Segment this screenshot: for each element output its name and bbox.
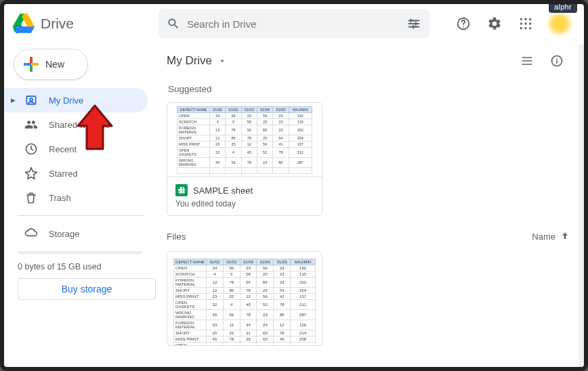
svg-point-27 (524, 27, 526, 29)
sidebar-item-trash[interactable]: ▶ Trash (4, 186, 148, 210)
app-name: Drive (41, 16, 74, 32)
files-heading: Files (167, 232, 186, 242)
file-thumbnail: DEFECT NAME01/0201/0201/0301/0401/05MAJ/… (167, 103, 322, 177)
file-title: SAMPLE sheet (193, 186, 253, 196)
svg-point-22 (529, 18, 531, 20)
list-view-button[interactable] (513, 47, 541, 74)
new-button-label: New (45, 59, 64, 70)
svg-rect-16 (415, 22, 417, 26)
sidebar-separator (18, 215, 145, 216)
search-options-icon[interactable] (406, 16, 421, 31)
details-button[interactable] (543, 47, 570, 74)
my-drive-icon (24, 93, 38, 107)
svg-point-25 (529, 22, 531, 24)
sidebar-item-my-drive[interactable]: ▶ My Drive (4, 88, 148, 112)
trash-icon (24, 191, 38, 204)
arrow-up-icon (560, 231, 570, 242)
svg-point-21 (524, 18, 526, 20)
sidebar-item-storage[interactable]: ▶ Storage (4, 221, 148, 246)
svg-point-24 (524, 22, 526, 24)
sidebar-item-starred[interactable]: ▶ Starred (4, 161, 148, 186)
storage-text: 0 bytes of 15 GB used (18, 262, 142, 271)
star-icon (24, 167, 38, 180)
top-bar: Drive (4, 4, 584, 43)
file-grid-item[interactable]: DEFECT NAME01/0201/0201/0301/0401/05MAJ/… (167, 251, 322, 346)
shared-icon (24, 118, 38, 131)
sidebar-item-label: Shared with me (49, 120, 110, 130)
sidebar-item-recent[interactable]: ▶ Recent (4, 137, 148, 161)
breadcrumb: My Drive (167, 47, 570, 74)
svg-point-19 (463, 26, 464, 28)
drive-logo-icon (12, 14, 35, 34)
sheets-icon (175, 184, 188, 196)
sidebar: New ▶ My Drive ▶ Shared with me ▶ Recent… (4, 43, 156, 367)
svg-rect-17 (413, 25, 414, 29)
sidebar-item-label: Starred (49, 169, 78, 179)
help-icon (456, 16, 471, 31)
settings-button[interactable] (481, 10, 508, 37)
svg-rect-12 (408, 20, 420, 22)
file-subtitle: You edited today (175, 199, 314, 209)
breadcrumb-title[interactable]: My Drive (167, 54, 212, 68)
apps-button[interactable] (512, 10, 539, 37)
watermark-badge: alphr (549, 1, 577, 13)
plus-icon (24, 57, 39, 72)
scrollbar[interactable] (579, 45, 584, 367)
sidebar-item-shared[interactable]: ▶ Shared with me (4, 112, 148, 137)
list-icon (520, 54, 534, 68)
search-icon (167, 17, 180, 30)
help-button[interactable] (450, 10, 477, 37)
storage-bar (18, 251, 142, 254)
sidebar-item-label: Trash (49, 193, 71, 203)
info-icon (550, 54, 564, 68)
buy-storage-button[interactable]: Buy storage (18, 278, 156, 300)
expand-icon[interactable]: ▶ (11, 97, 16, 104)
sidebar-item-label: Storage (49, 229, 80, 239)
svg-rect-29 (26, 96, 35, 104)
sidebar-item-label: Recent (49, 144, 77, 154)
account-avatar[interactable] (546, 13, 573, 35)
search-input[interactable] (187, 18, 400, 30)
svg-rect-13 (408, 23, 420, 24)
sort-label: Name (532, 232, 555, 242)
recent-icon (24, 142, 38, 156)
cloud-icon (24, 227, 38, 240)
sidebar-item-label: My Drive (49, 95, 83, 106)
suggested-file-card[interactable]: DEFECT NAME01/0201/0201/0301/0401/05MAJ/… (167, 102, 322, 216)
suggested-heading: Suggested (168, 84, 570, 94)
svg-point-20 (520, 18, 522, 20)
gear-icon (487, 16, 502, 31)
svg-point-28 (529, 27, 531, 29)
svg-point-30 (30, 98, 33, 101)
main-content: My Drive Suggested DEFECT NAME01/0201/02… (156, 43, 584, 367)
app-logo-group[interactable]: Drive (12, 14, 148, 34)
new-button[interactable]: New (14, 49, 88, 80)
svg-rect-15 (411, 19, 412, 23)
apps-grid-icon (519, 17, 532, 30)
svg-point-34 (556, 58, 558, 60)
search-bar[interactable] (159, 9, 429, 39)
svg-point-26 (520, 27, 522, 29)
svg-point-23 (520, 22, 522, 24)
chevron-down-icon[interactable] (217, 56, 227, 66)
sort-button[interactable]: Name (532, 231, 570, 242)
